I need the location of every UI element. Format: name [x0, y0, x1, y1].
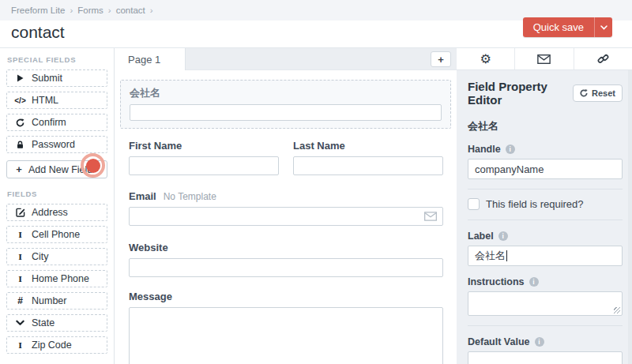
website-field[interactable]: Website [129, 242, 443, 277]
special-fields-heading: SPECIAL FIELDS [7, 55, 107, 64]
special-field-label: Confirm [32, 117, 66, 128]
first-name-field[interactable]: First Name [129, 129, 279, 175]
edit-icon [13, 208, 27, 217]
breadcrumb-item-freeform[interactable]: Freeform Lite [11, 6, 65, 15]
form-rows: First Name Last Name Email No Template [120, 129, 451, 364]
special-field-html[interactable]: </> HTML [6, 92, 107, 109]
website-label: Website [129, 242, 443, 253]
play-icon [13, 74, 27, 82]
default-value-label: Default Value [468, 336, 530, 347]
breadcrumb-separator: › [108, 6, 111, 15]
tab-page-1[interactable]: Page 1 [115, 48, 186, 70]
freeform-builder-window: Freeform Lite › Forms › contact › contac… [0, 0, 632, 364]
resize-grip-icon[interactable] [614, 307, 620, 313]
breadcrumb-item-contact[interactable]: contact [116, 6, 145, 15]
field-label: State [32, 317, 55, 328]
tab-connections[interactable] [574, 48, 632, 69]
quick-save-button[interactable]: Quick save [523, 17, 612, 37]
message-textarea[interactable] [129, 307, 443, 364]
plus-icon: + [13, 163, 24, 175]
label-label: Label [468, 231, 494, 242]
handle-label: Handle [468, 144, 501, 155]
click-indicator-dot [86, 159, 100, 173]
panel-title: Field Property Editor [468, 80, 573, 107]
selected-field-company-name[interactable]: 会社名 [120, 80, 451, 129]
breadcrumb-separator: › [150, 6, 153, 15]
last-name-field[interactable]: Last Name [293, 129, 443, 175]
quick-save-dropdown[interactable] [594, 17, 612, 37]
reset-label: Reset [592, 88, 615, 98]
first-name-input[interactable] [129, 156, 279, 175]
reset-button[interactable]: Reset [573, 84, 623, 102]
selected-field-label: 会社名 [130, 86, 442, 100]
handle-input[interactable] [468, 159, 623, 179]
divider [468, 220, 623, 220]
field-label: Home Phone [32, 273, 89, 284]
label-input-value: 会社名 [475, 249, 506, 263]
text-cursor [506, 250, 507, 261]
scrollbar-track[interactable] [628, 70, 632, 364]
text-cursor-icon: I [13, 253, 27, 261]
last-name-input[interactable] [293, 156, 443, 175]
envelope-icon [424, 212, 437, 221]
message-label: Message [129, 291, 443, 302]
text-cursor-icon: I [13, 341, 27, 350]
special-field-password[interactable]: Password [6, 136, 107, 153]
info-icon[interactable]: i [506, 144, 515, 154]
quick-save-label[interactable]: Quick save [523, 17, 594, 37]
company-name-input[interactable] [130, 104, 442, 121]
email-input[interactable] [129, 207, 443, 226]
email-label: Email [129, 190, 156, 202]
text-cursor-icon: I [13, 231, 27, 239]
property-panel-tabs: ⚙ [457, 48, 632, 70]
field-city[interactable]: I City [6, 248, 107, 265]
tab-notifications[interactable] [514, 48, 573, 69]
required-checkbox[interactable] [468, 198, 480, 210]
info-icon[interactable]: i [535, 337, 544, 347]
special-field-confirm[interactable]: Confirm [6, 114, 107, 131]
refresh-icon [13, 118, 27, 127]
field-label: Address [32, 207, 68, 218]
info-icon[interactable]: i [529, 277, 539, 287]
field-label: Zip Code [32, 340, 72, 351]
page-title: contact [11, 23, 65, 42]
special-field-label: Submit [32, 73, 62, 84]
field-state[interactable]: State [6, 314, 107, 332]
field-home-phone[interactable]: I Home Phone [6, 270, 107, 287]
add-page-button[interactable]: + [431, 51, 451, 67]
code-icon: </> [13, 96, 27, 105]
info-icon[interactable]: i [498, 231, 508, 241]
field-cell-phone[interactable]: I Cell Phone [6, 226, 107, 243]
label-input[interactable]: 会社名 [468, 246, 623, 266]
field-label: Cell Phone [32, 229, 80, 240]
page-tabbar: Page 1 + [115, 48, 457, 70]
form-canvas: 会社名 First Name Last Name Email [115, 70, 457, 364]
breadcrumb-separator: › [70, 6, 73, 15]
fields-heading: FIELDS [7, 190, 107, 198]
required-label: This field is required? [486, 198, 584, 210]
first-name-label: First Name [129, 140, 279, 152]
field-address[interactable]: Address [6, 204, 107, 221]
chevron-down-icon [600, 25, 608, 30]
last-name-label: Last Name [293, 140, 443, 152]
required-checkbox-row[interactable]: This field is required? [468, 198, 623, 210]
default-value-input[interactable] [468, 351, 623, 364]
instructions-textarea[interactable] [468, 291, 623, 316]
field-number[interactable]: # Number [6, 292, 107, 310]
hash-icon: # [13, 295, 27, 306]
field-zip-code[interactable]: I Zip Code [6, 336, 107, 354]
link-icon [597, 53, 609, 65]
special-field-submit[interactable]: Submit [6, 69, 107, 87]
breadcrumb-item-forms[interactable]: Forms [77, 6, 103, 15]
website-input[interactable] [129, 258, 443, 277]
message-field[interactable]: Message [129, 291, 443, 364]
divider [468, 189, 623, 190]
lock-icon [13, 141, 27, 149]
refresh-icon [580, 89, 588, 97]
tab-field-properties[interactable]: ⚙ [457, 48, 514, 69]
email-field[interactable]: Email No Template [129, 190, 443, 226]
special-field-label: HTML [32, 95, 58, 106]
gear-icon: ⚙ [480, 53, 491, 66]
field-property-editor: Field Property Editor Reset 会社名 Handle i… [457, 70, 632, 364]
selected-field-name: 会社名 [468, 119, 623, 133]
